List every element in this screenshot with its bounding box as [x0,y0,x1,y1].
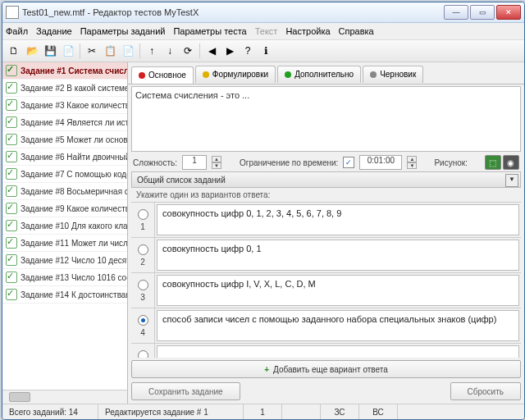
save-as-icon[interactable]: 📄 [60,43,76,59]
answer-text[interactable]: способ записи чисел с помощью заданного … [157,310,519,341]
question-item[interactable]: Задание #1 Система счисления - [2,62,127,80]
timelimit-input[interactable]: 0:01:00 [359,155,402,170]
question-item[interactable]: Задание #8 Восьмеричная система сч [2,183,127,200]
timelimit-checkbox[interactable]: ✓ [343,157,354,168]
menu-2[interactable]: Параметры заданий [80,26,166,36]
check-icon [6,237,17,249]
question-item[interactable]: Задание #7 С помощью кодовой табл [2,166,127,183]
close-button[interactable]: ✕ [496,5,521,20]
menu-0[interactable]: Файл [6,26,28,36]
check-icon [6,82,17,94]
menubar: ФайлЗаданиеПараметры заданийПараметры те… [2,23,524,40]
tab-Черновик[interactable]: Черновик [363,66,423,83]
answer-radio[interactable] [138,209,148,220]
answer-text[interactable] [157,345,519,358]
difficulty-spinner[interactable]: ▲▼ [212,156,221,169]
save-task-button[interactable]: Сохранить задание [131,382,240,400]
check-icon [6,116,17,128]
answer-row: 5 [131,343,521,358]
check-icon [6,134,17,145]
prev-icon[interactable]: ◀ [203,43,220,59]
answers-hint: Укажите один из вариантов ответа: [128,188,524,202]
check-icon [6,185,17,197]
tabs: ОсновноеФормулировкиДополнительноЧернови… [128,62,524,84]
menu-1[interactable]: Задание [36,26,72,36]
tab-Формулировки[interactable]: Формулировки [195,66,276,83]
answer-radio[interactable] [138,280,148,290]
check-icon [6,151,17,162]
answer-text[interactable]: совокупность цифр 0, 1 [157,240,519,271]
task-down-icon[interactable]: ↓ [162,43,178,59]
check-icon [6,289,17,300]
check-icon [6,203,17,214]
menu-3[interactable]: Параметры теста [173,26,246,36]
timelimit-label: Ограничение по времени: [240,158,338,167]
sidebar-scrollbar[interactable] [2,390,127,404]
tab-dot-icon [203,71,209,78]
params-row: Сложность: 1 ▲▼ Ограничение по времени: … [128,153,524,171]
window-title: Test01_new.mtf - Редактор тестов MyTestX [22,7,444,17]
question-item[interactable]: Задание #14 К достоинствам двоичн [2,286,127,304]
question-item[interactable]: Задание #10 Для какого класса сист [2,217,127,235]
plus-icon: + [264,365,269,374]
minimize-button[interactable]: — [444,5,468,20]
menu-5[interactable]: Настройка [285,26,330,36]
cut-icon[interactable]: ✂ [84,43,100,59]
copy-icon[interactable]: 📋 [102,43,118,59]
question-item[interactable]: Задание #12 Число 10 десятичной сис [2,252,127,269]
task-up-icon[interactable]: ↑ [144,43,160,59]
image-label: Рисунок: [434,158,468,167]
check-icon [6,65,17,76]
question-item[interactable]: Задание #9 Какое количество цифр пр [2,200,127,217]
question-item[interactable]: Задание #4 Является ли истинным ут [2,114,127,131]
image-add-button[interactable]: ⬚ [485,155,501,170]
open-icon[interactable]: 📂 [24,43,40,59]
check-icon [6,272,17,283]
question-item[interactable]: Задание #3 Какое количество цифр и [2,97,127,114]
question-item[interactable]: Задание #13 Число 1016 соответствуе [2,269,127,286]
check-icon [6,220,17,231]
answer-text[interactable]: совокупность цифр 0, 1, 2, 3, 4, 5, 6, 7… [157,204,519,235]
question-list[interactable]: Задание #1 Система счисления -Задание #2… [2,62,127,390]
status-total: Всего заданий: 14 [2,404,98,419]
check-icon [6,254,17,266]
question-item[interactable]: Задание #5 Может ли основание сист [2,131,127,148]
question-item[interactable]: Задание #11 Может ли число 8 быть о [2,235,127,252]
answer-text[interactable]: совокупность цифр I, V, X, L, C, D, M [157,275,519,306]
answer-radio[interactable] [138,350,148,358]
reset-button[interactable]: Сбросить [450,382,521,400]
maximize-button[interactable]: ▭ [470,5,495,20]
paste-icon[interactable]: 📄 [120,43,136,59]
question-item[interactable]: Задание #2 В какой системе счислен [2,80,127,97]
answer-radio[interactable] [138,315,148,326]
toolbar: 🗋📂💾📄✂📋📄↑↓⟳◀▶?ℹ [2,40,524,62]
status-editing: Редактируется задание # 1 [98,404,244,419]
about-icon[interactable]: ℹ [258,43,274,59]
difficulty-label: Сложность: [133,158,177,167]
refresh-icon[interactable]: ⟳ [180,43,196,59]
menu-6[interactable]: Справка [339,26,374,36]
answer-row: 4способ записи чисел с помощью заданного… [131,308,521,343]
next-icon[interactable]: ▶ [221,43,238,59]
answers-header[interactable]: Общий список заданий ▼ [131,171,521,188]
check-icon [6,99,17,111]
answers-dropdown-icon[interactable]: ▼ [505,174,518,187]
tab-dot-icon [285,71,291,78]
question-text[interactable]: Система счисления - это ... [131,86,521,152]
question-item[interactable]: Задание #6 Найти двоичный эквивал [2,148,127,166]
new-file-icon[interactable]: 🗋 [6,43,22,59]
tab-Дополнительно[interactable]: Дополнительно [277,66,361,83]
timelimit-spinner[interactable]: ▲▼ [407,156,417,169]
add-answer-button[interactable]: + Добавить еще вариант ответа [131,360,521,378]
app-icon [6,6,19,19]
tab-dot-icon [370,71,377,78]
menu-4[interactable]: Текст [255,26,278,36]
image-camera-button[interactable]: ◉ [503,155,519,170]
titlebar[interactable]: Test01_new.mtf - Редактор тестов MyTestX… [2,2,524,23]
answer-row: 3совокупность цифр I, V, X, L, C, D, M [131,272,521,308]
answer-radio[interactable] [138,244,148,255]
tab-Основное[interactable]: Основное [131,66,194,84]
help-icon[interactable]: ? [240,43,256,59]
difficulty-input[interactable]: 1 [182,155,207,170]
save-icon[interactable]: 💾 [42,43,58,59]
